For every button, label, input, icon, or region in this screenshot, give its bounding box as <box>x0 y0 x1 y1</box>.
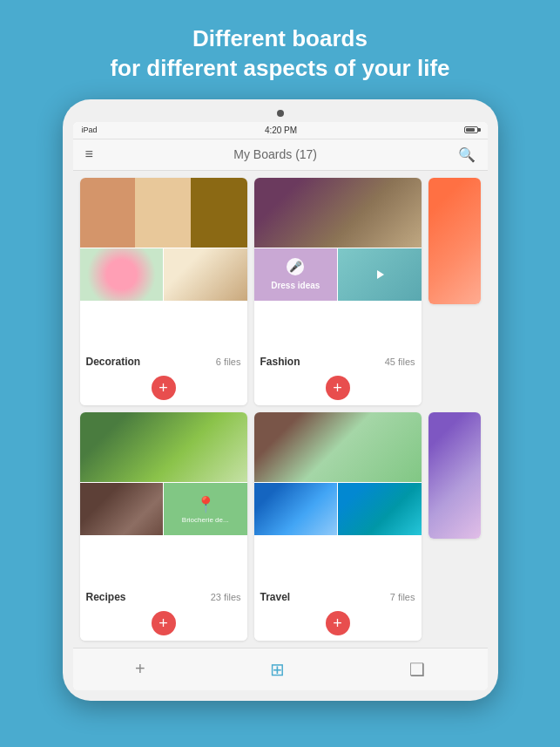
status-device: iPad <box>82 126 98 134</box>
board-images-recipes: 📍 Briocherie de... <box>80 412 247 587</box>
recipes-image-br: 📍 Briocherie de... <box>164 483 247 535</box>
board-card-travel[interactable]: Travel 7 files + <box>254 412 422 641</box>
partial-card-photo[interactable] <box>428 178 481 304</box>
fashion-image-bl: 🎤 Dress ideas <box>254 248 338 301</box>
tablet-frame: iPad 4:20 PM ≡ My Boards (17) 🔍 <box>63 99 498 701</box>
travel-image-bl <box>254 483 338 535</box>
status-time: 4:20 PM <box>265 126 297 135</box>
nav-title: My Boards (17) <box>233 147 317 161</box>
board-card-fashion[interactable]: 🎤 Dress ideas Fashion 45 files + <box>254 178 422 406</box>
board-images-travel <box>254 412 422 587</box>
fashion-footer: Fashion 45 files <box>254 351 422 372</box>
photo-image <box>428 178 481 304</box>
add-toolbar-button[interactable]: + <box>126 655 154 682</box>
vintage-image <box>428 412 481 539</box>
travel-name: Travel <box>260 591 291 603</box>
recipes-add-button[interactable]: + <box>152 611 176 635</box>
dress-ideas-label: Dress ideas <box>271 281 320 290</box>
app-header: Different boards for different aspects o… <box>110 24 449 84</box>
travel-footer: Travel 7 files <box>254 587 422 608</box>
search-icon[interactable]: 🔍 <box>458 146 476 163</box>
decoration-add-button[interactable]: + <box>152 376 176 400</box>
recipes-image-top <box>80 412 247 482</box>
briocherie-label: Briocherie de... <box>182 516 229 524</box>
battery-icon <box>464 126 478 133</box>
recipes-add-btn-container: + <box>80 608 247 641</box>
decoration-image-br <box>164 248 247 301</box>
board-images-fashion: 🎤 Dress ideas <box>254 178 422 352</box>
decoration-image-top <box>80 178 247 248</box>
recipes-name: Recipes <box>86 591 126 603</box>
travel-add-button[interactable]: + <box>326 611 350 635</box>
recipes-image-bl <box>80 483 164 535</box>
grid-view-button[interactable]: ⊞ <box>261 655 293 683</box>
recipes-count: 23 files <box>211 592 241 602</box>
recipes-footer: Recipes 23 files <box>80 587 247 608</box>
fashion-image-br <box>338 248 422 301</box>
travel-count: 7 files <box>390 592 415 602</box>
travel-image-top <box>254 412 422 482</box>
decoration-name: Decoration <box>86 356 141 368</box>
hamburger-icon[interactable]: ≡ <box>85 146 93 162</box>
nav-bar: ≡ My Boards (17) 🔍 <box>73 139 488 171</box>
decoration-footer: Decoration 6 files <box>80 351 247 372</box>
status-battery <box>464 126 478 133</box>
boards-grid: Decoration 6 files + 🎤 Dress ideas <box>73 171 488 648</box>
fashion-name: Fashion <box>260 356 300 368</box>
location-pin-icon: 📍 <box>196 495 215 514</box>
decoration-add-btn-container: + <box>80 372 247 405</box>
board-card-recipes[interactable]: 📍 Briocherie de... Recipes 23 files + <box>80 412 247 641</box>
partial-card-vintage[interactable] <box>428 412 481 539</box>
fashion-add-button[interactable]: + <box>326 376 350 400</box>
mic-icon: 🎤 <box>287 258 304 275</box>
tablet-camera <box>277 110 284 117</box>
fashion-image-top <box>254 178 422 248</box>
board-images-decoration <box>80 178 247 352</box>
decoration-image-bl <box>80 248 164 301</box>
status-bar: iPad 4:20 PM <box>73 122 488 139</box>
fashion-count: 45 files <box>385 357 415 367</box>
fashion-add-btn-container: + <box>254 372 422 405</box>
decoration-count: 6 files <box>216 357 241 367</box>
header-title: Different boards for different aspects o… <box>110 24 449 84</box>
tablet-screen: iPad 4:20 PM ≡ My Boards (17) 🔍 <box>73 122 488 690</box>
board-card-decoration[interactable]: Decoration 6 files + <box>80 178 247 406</box>
travel-image-br <box>338 483 422 535</box>
book-view-button[interactable]: ❑ <box>401 655 434 683</box>
travel-add-btn-container: + <box>254 608 422 641</box>
bottom-toolbar: + ⊞ ❑ <box>73 648 488 690</box>
play-icon <box>377 270 384 279</box>
